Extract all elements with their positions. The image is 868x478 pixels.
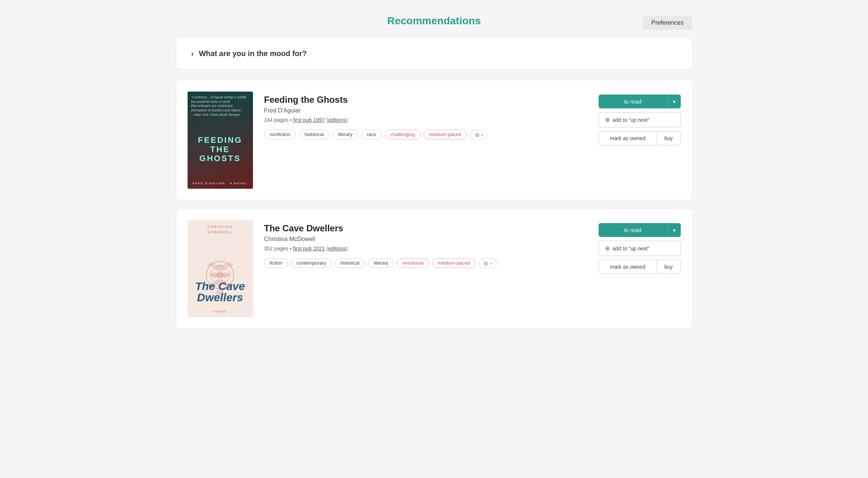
tag-icon-label: › [490,260,492,266]
page-title: Recommendations [387,15,481,27]
book-cover-feeding: "Luminous... D'Aguiar brings a subtle bu… [188,92,253,189]
tag-plain[interactable]: contemporary [291,258,331,268]
editions-link[interactable]: editions [328,117,346,123]
tag-colored[interactable]: challenging [385,130,421,139]
book-meta: 352 pages • first pub 2021 (editions) [264,246,587,252]
add-up-next-button[interactable]: ⊕ add to "up next" [599,112,681,127]
book-info: The Cave Dwellers Christina McDowell 352… [264,220,587,272]
book-author: Fred D'Aguiar [264,107,587,114]
add-up-next-label: add to "up next" [613,246,650,252]
buy-button[interactable]: buy [657,260,681,274]
tag-colored[interactable]: medium-paced [432,258,476,268]
first-pub-link[interactable]: first pub 2021 [293,246,325,252]
tag-plain[interactable]: historical [299,130,329,139]
add-up-next-label: add to "up next" [613,117,650,123]
book-actions: to read ⊕ add to "up next" mark as owned… [599,92,681,145]
first-pub-link[interactable]: first pub 1997 [293,117,325,123]
chevron-down-icon [673,99,676,105]
mood-box[interactable]: › What are you in the mood for? [176,38,692,69]
eye-icon: ◎ [475,132,479,138]
book-cover-cave: CHRISTINAMcDOWELL The [188,220,253,317]
tag-icon-label: › [482,132,483,138]
mood-chevron-icon: › [191,49,194,58]
to-read-group: to read [599,95,681,108]
tag-plain[interactable]: nonfiction [264,130,296,139]
tag-plain[interactable]: literary [332,130,358,139]
book-card: "Luminous... D'Aguiar brings a subtle bu… [176,80,692,200]
to-read-dropdown-button[interactable] [667,95,681,108]
tags-plain-group: nonfictionhistoricalliteraryrace challen… [264,130,587,139]
book-title: Feeding the Ghosts [264,95,587,105]
eye-icon: ◎ [484,260,488,266]
to-read-button[interactable]: to read [599,95,667,108]
book-info: Feeding the Ghosts Fred D'Aguiar 244 pag… [264,92,587,143]
tag-plain[interactable]: fiction [264,258,288,268]
buy-button[interactable]: buy [657,131,681,145]
tags-plain-group: fictioncontemporaryhistoricalliterary em… [264,258,587,268]
book-author: Christina McDowell [264,236,587,243]
bottom-actions-group: mark as owned buy [599,260,681,274]
book-meta: 244 pages • first pub 1997 (editions) [264,117,587,123]
book-list: "Luminous... D'Aguiar brings a subtle bu… [176,80,692,329]
tag-colored[interactable]: emotional [397,258,429,268]
book-title: The Cave Dwellers [264,223,587,234]
plus-circle-icon: ⊕ [605,116,610,123]
tag-plain[interactable]: historical [335,258,365,268]
bottom-actions-group: mark as owned buy [599,131,681,145]
tag-plain[interactable]: literary [368,258,394,268]
add-up-next-button[interactable]: ⊕ add to "up next" [599,241,681,256]
tag-icon-button[interactable]: ◎ › [479,258,497,268]
tag-colored[interactable]: medium-paced [424,130,467,139]
page-header: Recommendations Preferences [176,7,692,38]
tag-plain[interactable]: race [361,130,382,139]
tag-icon-button[interactable]: ◎ › [470,130,488,139]
book-actions: to read ⊕ add to "up next" mark as owned… [599,220,681,274]
to-read-group: to read [599,223,681,237]
mood-prompt: What are you in the mood for? [199,49,307,58]
to-read-dropdown-button[interactable] [667,223,681,237]
svg-point-2 [217,271,223,278]
editions-link[interactable]: editions [328,246,346,252]
preferences-button[interactable]: Preferences [643,16,692,30]
book-card: CHRISTINAMcDOWELL The [176,209,692,329]
mark-owned-button[interactable]: mark as owned [599,131,657,145]
chevron-down-icon [673,227,676,233]
mark-owned-button[interactable]: mark as owned [599,260,657,274]
plus-circle-icon: ⊕ [605,245,610,252]
to-read-button[interactable]: to read [599,223,667,237]
